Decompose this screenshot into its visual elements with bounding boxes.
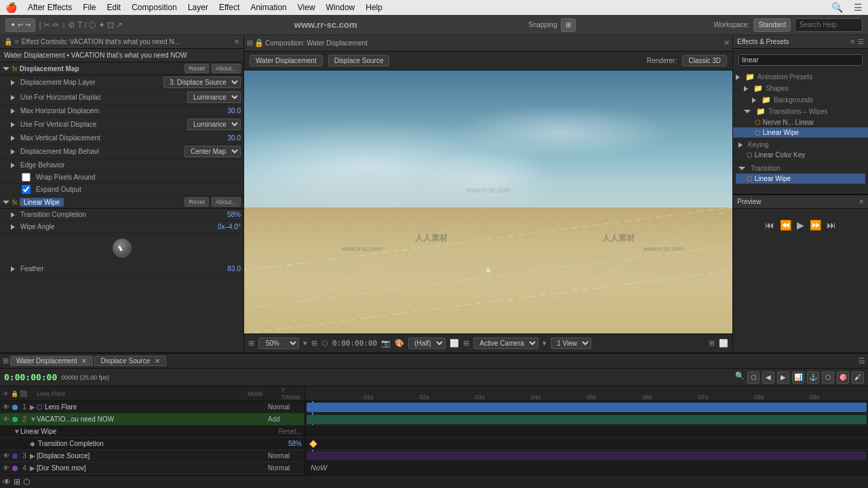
effects-search-input[interactable] <box>738 54 863 66</box>
displacement-expand[interactable] <box>3 67 9 70</box>
tl-mask-btn[interactable]: ⬡ <box>822 371 834 384</box>
preview-prev-btn[interactable]: ⏪ <box>780 220 791 230</box>
sublayer-reset[interactable]: Reset <box>279 428 296 435</box>
apple-menu[interactable]: 🍎 <box>5 2 17 13</box>
wipe-angle-knob[interactable] <box>113 239 132 258</box>
tl-graph-btn[interactable]: 📊 <box>792 371 804 384</box>
vert-displace-expand[interactable] <box>11 122 15 127</box>
effects-close-btn[interactable]: ✕ <box>850 38 855 45</box>
tl-tab-displace-source[interactable]: Displace Source ✕ <box>94 356 166 366</box>
layer-2-name[interactable]: VACATIO...ou need NOW <box>37 415 268 423</box>
camera-dropdown[interactable]: Active Camera <box>473 338 538 349</box>
snapping-toggle[interactable]: ⊞ <box>561 18 576 32</box>
menu-animation[interactable]: Animation <box>250 3 286 12</box>
max-horiz-value[interactable]: 30.0 <box>228 107 241 115</box>
layer-4-name[interactable]: [Dor Shore.mov] <box>37 464 268 472</box>
layer-2-expand[interactable]: ▼ <box>30 415 37 423</box>
menu-after-effects[interactable]: After Effects <box>28 3 72 12</box>
map-behavior-expand[interactable] <box>11 149 15 155</box>
tl-anchor-btn[interactable]: ⚓ <box>807 371 819 384</box>
layer-4-expand[interactable]: ▶ <box>30 464 37 472</box>
vert-displace-dropdown[interactable]: Luminance <box>187 119 241 130</box>
map-behavior-dropdown[interactable]: Center Map <box>184 146 241 157</box>
transition-expand[interactable] <box>11 212 15 218</box>
linear-wipe-reset-btn[interactable]: Reset <box>184 197 209 207</box>
map-layer-expand[interactable] <box>11 80 15 85</box>
transition-expand[interactable] <box>738 167 745 170</box>
map-layer-dropdown[interactable]: 3. Displace Source <box>163 77 241 88</box>
tl-paint-btn[interactable]: 🖌 <box>852 371 864 384</box>
max-vert-expand[interactable] <box>11 136 15 141</box>
layout-btn[interactable]: ⊞ <box>709 339 715 348</box>
tl-motion-btn[interactable]: 🎯 <box>837 371 849 384</box>
layer-4-eye[interactable]: 👁 <box>3 464 11 472</box>
transition-value[interactable]: 58% <box>227 211 241 218</box>
layer-2-eye[interactable]: 👁 <box>3 415 11 423</box>
menu-edit[interactable]: Edit <box>106 3 121 12</box>
tl-next-keyframe[interactable]: ▶ <box>777 371 789 384</box>
tl-bottom-icon3[interactable]: ⬡ <box>23 477 30 487</box>
tl-bar-2[interactable] <box>307 415 867 424</box>
linear-wipe2-item[interactable]: ⬡ Linear Wipe <box>736 174 865 184</box>
keying-expand[interactable] <box>738 142 743 148</box>
transition-group[interactable]: Transition <box>736 163 865 174</box>
linear-color-key-item[interactable]: ⬡ Linear Color Key <box>736 150 865 160</box>
backgrounds-expand[interactable] <box>752 98 756 103</box>
tl-search-btn[interactable]: 🔍 <box>735 371 745 384</box>
tl-prev-keyframe[interactable]: ◀ <box>762 371 774 384</box>
quality-dropdown[interactable]: (Half) (Full) <box>408 338 446 349</box>
shapes-expand[interactable] <box>744 86 748 92</box>
transitions-expand[interactable] <box>744 110 751 113</box>
tl-add-keyframe[interactable]: ⬡ <box>747 371 760 384</box>
edge-behavior-expand[interactable] <box>11 163 15 168</box>
max-horiz-expand[interactable] <box>11 108 15 114</box>
backgrounds-group[interactable]: 📁 Backgrounds <box>733 94 868 106</box>
horiz-displace-expand[interactable] <box>11 95 15 100</box>
view-dropdown[interactable]: 1 View <box>551 338 591 349</box>
comp-close[interactable]: ✕ <box>724 39 730 47</box>
full-screen-btn[interactable]: ⬜ <box>719 339 728 348</box>
preview-last-btn[interactable]: ⏭ <box>827 220 836 230</box>
wipe-angle-value[interactable]: 0x–4.0° <box>218 223 241 230</box>
renderer-dropdown[interactable]: Classic 3D <box>682 55 727 66</box>
workspace-dropdown[interactable]: Standard <box>753 18 791 32</box>
layer-1-expand[interactable]: ▶ <box>30 403 37 411</box>
displacement-about-btn[interactable]: About... <box>212 64 241 73</box>
layer-3-expand[interactable]: ▶ <box>30 452 37 460</box>
preview-first-btn[interactable]: ⏮ <box>765 220 774 230</box>
menu-view[interactable]: View <box>298 3 315 12</box>
preview-play-btn[interactable]: ▶ <box>797 220 804 230</box>
sub-expand[interactable]: ▼ <box>14 428 20 435</box>
tl-tab-water-displacement[interactable]: Water Displacement ✕ <box>10 356 93 366</box>
preview-next-btn[interactable]: ⏩ <box>810 220 821 230</box>
tl-bar-3[interactable] <box>307 451 867 461</box>
tl-bar-1[interactable] <box>307 403 867 412</box>
linear-wipe-about-btn[interactable]: About... <box>212 197 241 207</box>
zoom-dropdown[interactable]: 50% 100% <box>258 338 299 349</box>
tl-bottom-icon2[interactable]: ⊞ <box>14 477 20 487</box>
preview-close[interactable]: ✕ <box>859 198 864 205</box>
layer-3-name[interactable]: [Displace Source] <box>37 452 268 460</box>
transition-completion-tl-value[interactable]: 58% <box>288 440 302 447</box>
menu-help[interactable]: Help <box>366 3 382 12</box>
horiz-displace-dropdown[interactable]: Luminance <box>187 92 241 103</box>
tab-displace-source[interactable]: Displace Source <box>328 55 390 66</box>
menu-window[interactable]: Window <box>326 3 355 12</box>
menu-file[interactable]: File <box>83 3 96 12</box>
transitions-wipes-group[interactable]: 📁 Transitions – Wipes <box>733 106 868 117</box>
nerve-linear-item[interactable]: ⬡ Nerve N... Linear <box>733 117 868 127</box>
expand-output-checkbox[interactable] <box>22 185 31 194</box>
linear-wipe-expand[interactable] <box>3 201 9 204</box>
menu-composition[interactable]: Composition <box>132 3 177 12</box>
tl-menu-btn[interactable]: ☰ <box>859 357 865 365</box>
wrap-pixels-checkbox[interactable] <box>22 173 31 182</box>
menu-layer[interactable]: Layer <box>188 3 208 12</box>
wipe-angle-expand[interactable] <box>11 224 15 230</box>
feather-value[interactable]: 83.0 <box>228 265 241 272</box>
layer-1-eye[interactable]: 👁 <box>3 403 11 411</box>
layer-3-eye[interactable]: 👁 <box>3 452 11 460</box>
max-vert-value[interactable]: 30.0 <box>228 134 241 142</box>
feather-expand[interactable] <box>11 266 15 272</box>
keyframe-btn[interactable]: ◆ <box>30 440 35 447</box>
animation-presets-expand[interactable] <box>736 75 740 80</box>
